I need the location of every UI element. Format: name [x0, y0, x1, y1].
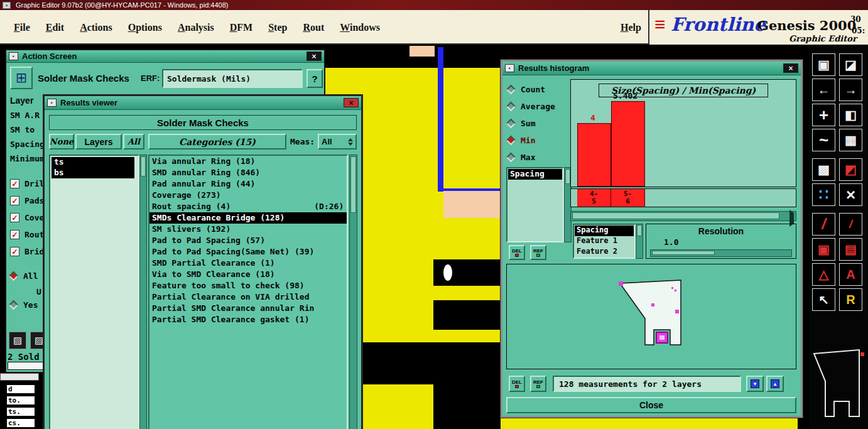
checkbox-icon[interactable]: ✓ — [10, 247, 19, 256]
menu-edit[interactable]: Edit — [46, 22, 64, 33]
category-item[interactable]: Partial Clearance on VIA drilled — [149, 291, 347, 303]
checkbox-icon[interactable]: ✓ — [10, 196, 19, 205]
window-menu-icon[interactable]: ▪ — [505, 64, 514, 72]
text-tool-icon[interactable]: A — [839, 263, 862, 286]
menu-file[interactable]: File — [14, 22, 30, 33]
del-button[interactable]: DEL — [509, 245, 525, 260]
action-screen-titlebar[interactable]: ▪ Action Screen × — [6, 50, 324, 63]
shift-left-icon[interactable]: ← — [812, 79, 835, 101]
line-tool-icon[interactable]: / — [812, 213, 835, 236]
category-item[interactable]: Pad annular Ring (44) — [149, 178, 347, 190]
feature-scrollbar[interactable] — [636, 224, 643, 259]
delete-icon[interactable]: × — [839, 183, 862, 206]
category-item[interactable]: Rout spacing (4) (D:26) — [149, 201, 347, 212]
scroll-right-icon[interactable] — [789, 213, 794, 224]
category-item[interactable]: SM slivers (192) — [149, 224, 347, 235]
layers-button[interactable]: Layers — [75, 134, 122, 149]
window-corner-icon[interactable]: ◪ — [839, 53, 862, 76]
layer-row[interactable]: d — [6, 384, 35, 394]
none-button[interactable]: None — [49, 134, 74, 149]
swap-icon[interactable]: ◩ — [839, 158, 862, 181]
radio-sum[interactable]: Sum — [507, 117, 535, 129]
del-button[interactable]: DEL — [509, 376, 525, 392]
status-field[interactable] — [8, 362, 44, 370]
category-item[interactable]: Pad to Pad Spacing (57) — [149, 235, 347, 246]
triangle-tool-icon[interactable]: △ — [812, 263, 835, 286]
menu-windows[interactable]: Windows — [340, 22, 380, 33]
checkbox-row[interactable]: ✓ Cove — [10, 213, 44, 222]
radio-icon[interactable] — [506, 118, 516, 128]
checkbox-icon[interactable]: ✓ — [10, 213, 19, 222]
category-item[interactable]: Pad to Pad Spacing(Same Net) (39) — [149, 246, 347, 258]
stack-icon[interactable]: ▣ — [812, 53, 835, 76]
feature-item[interactable]: Feature 2 — [575, 247, 634, 258]
window-titlebar[interactable]: × Graphic Editor 9.07b2 (00@HY-HYCAM-PC0… — [0, 0, 868, 10]
scrollbar-thumb[interactable] — [350, 156, 356, 213]
pad-red-icon[interactable]: ▣ — [812, 238, 835, 261]
feature-item-selected[interactable]: Spacing — [575, 225, 634, 236]
layers-list[interactable]: ts bs — [49, 155, 139, 429]
radio-yes-row[interactable]: Yes — [10, 300, 38, 310]
solder-mask-checks-icon[interactable]: ⊞ — [10, 67, 33, 89]
radio-max[interactable]: Max — [507, 151, 535, 163]
points-icon[interactable]: ∷ — [812, 183, 835, 206]
measure-list[interactable]: Spacing — [506, 167, 564, 242]
pan-icon[interactable]: + — [812, 104, 835, 126]
categories-button[interactable]: Categories (15) — [148, 134, 286, 149]
menu-analysis[interactable]: Analysis — [178, 22, 214, 33]
rout-tool-icon[interactable]: R — [839, 288, 862, 311]
checkbox-row[interactable]: ✓ Brid — [10, 247, 44, 256]
category-item[interactable]: Via to SMD Clearance (18) — [149, 269, 347, 280]
hatch-red-icon[interactable]: ▤ — [839, 238, 862, 261]
radio-all-row[interactable]: All — [10, 271, 38, 281]
layer-row[interactable]: to. — [6, 396, 35, 405]
half-box-icon[interactable]: ◧ — [839, 104, 862, 126]
window-menu-icon[interactable]: ▪ — [9, 52, 18, 60]
checkbox-icon[interactable]: ✓ — [10, 230, 19, 239]
radio-min-selected[interactable]: Min — [507, 134, 535, 146]
checkbox-icon[interactable]: ✓ — [10, 179, 19, 188]
checkbox-row[interactable]: ✓ Dril — [10, 179, 44, 188]
chart-hscrollbar[interactable] — [570, 211, 796, 221]
checkbox-row[interactable]: ✓ Pads — [10, 196, 44, 205]
category-item[interactable]: SMD Partial Clearance (1) — [149, 258, 347, 269]
category-item[interactable]: Partial SMD Clearance gasket (1) — [149, 314, 347, 325]
results-viewer-titlebar[interactable]: ▪ Results viewer × — [45, 96, 361, 110]
scrollbar-thumb[interactable] — [565, 169, 570, 184]
menu-dfm[interactable]: DFM — [230, 22, 252, 33]
window-menu-icon[interactable]: ▪ — [47, 99, 57, 107]
measure-item-selected[interactable]: Spacing — [508, 169, 562, 180]
radio-icon[interactable] — [506, 101, 516, 111]
resolution-slider[interactable] — [650, 249, 792, 257]
erf-input[interactable] — [162, 69, 303, 88]
table-icon[interactable]: ▦ — [839, 129, 862, 151]
layer-item[interactable]: ts — [52, 157, 134, 168]
feature-item[interactable]: Feature 1 — [575, 236, 634, 247]
radio-icon[interactable] — [506, 152, 516, 162]
pattern-icon-1[interactable]: ▨ — [9, 332, 26, 349]
menu-rout[interactable]: Rout — [303, 22, 324, 33]
layer-row[interactable]: cs. — [6, 418, 35, 428]
cursor-icon[interactable]: ↖ — [812, 288, 835, 311]
menu-actions[interactable]: Actions — [80, 22, 112, 33]
feature-list[interactable]: Spacing Feature 1 Feature 2 — [573, 224, 636, 259]
layer-row[interactable]: ts. — [6, 407, 35, 416]
category-item-selected[interactable]: SMDs Clearance Bridge (128) — [149, 212, 347, 224]
menu-help[interactable]: Help — [621, 22, 641, 33]
layer-item[interactable]: bs — [52, 168, 134, 178]
meas-dropdown[interactable]: All — [318, 134, 357, 149]
category-item[interactable]: Partial SMD Clearance annular Rin — [149, 303, 347, 314]
shift-right-icon[interactable]: → — [839, 79, 862, 101]
scrollbar-thumb[interactable] — [141, 156, 146, 176]
slider-thumb[interactable] — [652, 251, 715, 255]
box-arrow-up-icon[interactable]: ▴ — [766, 376, 784, 392]
radio-count[interactable]: Count — [507, 83, 545, 95]
all-button[interactable]: All — [123, 134, 144, 149]
categories-scrollbar[interactable] — [349, 155, 357, 429]
fill-icon[interactable]: ▩ — [812, 158, 835, 181]
menu-step[interactable]: Step — [268, 22, 287, 33]
category-item[interactable]: Coverage (273) — [149, 190, 347, 201]
box-arrow-down-icon[interactable]: ▾ — [746, 376, 764, 392]
category-item[interactable]: Via annular Ring (18) — [149, 156, 347, 167]
measurement-preview[interactable] — [506, 264, 796, 369]
